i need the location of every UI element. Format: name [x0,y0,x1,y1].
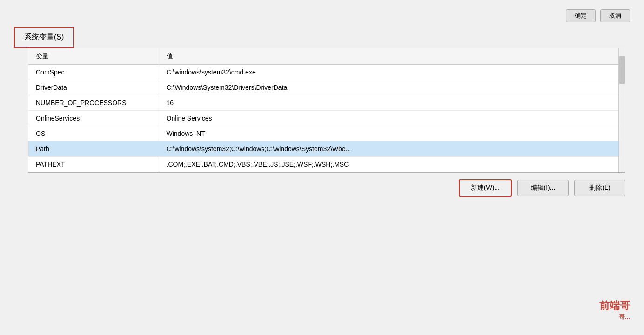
table-cell-val: Online Services [159,111,625,126]
table-cell-val: C:\windows\system32;C:\windows;C:\window… [159,141,625,157]
table-row[interactable]: OSWindows_NT [28,126,625,141]
edit-button[interactable]: 编辑(I)... [517,180,569,196]
table-cell-var: OS [28,126,159,141]
new-button[interactable]: 新建(W)... [459,179,512,197]
section-header: 系统变量(S) [14,27,74,48]
table-cell-val: 16 [159,95,625,111]
top-bar: 确定 取消 [14,9,630,22]
table-cell-var: Path [28,141,159,157]
table-cell-var: PATHEXT [28,157,159,172]
scrollbar-thumb[interactable] [619,56,625,84]
env-table-wrapper: 变量 值 ComSpecC:\windows\system32\cmd.exeD… [28,48,625,173]
table-cell-val: .COM;.EXE;.BAT;.CMD;.VBS;.VBE;.JS;.JSE;.… [159,157,625,172]
watermark: 前端哥 哥... [599,299,630,321]
env-table: 变量 值 ComSpecC:\windows\system32\cmd.exeD… [28,48,625,172]
table-row[interactable]: NUMBER_OF_PROCESSORS16 [28,95,625,111]
table-header-row: 变量 值 [28,48,625,65]
cancel-button[interactable]: 取消 [600,9,630,22]
main-container: 确定 取消 系统变量(S) 变量 值 ComSpecC:\windows\sys… [14,9,630,197]
table-cell-val: C:\windows\system32\cmd.exe [159,65,625,80]
watermark-line1: 前端哥 [599,299,630,313]
table-cell-val: Windows_NT [159,126,625,141]
buttons-row: 新建(W)... 编辑(I)... 删除(L) [14,179,625,197]
table-row[interactable]: ComSpecC:\windows\system32\cmd.exe [28,65,625,80]
table-cell-var: DriverData [28,80,159,95]
table-cell-var: NUMBER_OF_PROCESSORS [28,95,159,111]
table-cell-var: ComSpec [28,65,159,80]
table-row[interactable]: PATHEXT.COM;.EXE;.BAT;.CMD;.VBS;.VBE;.JS… [28,157,625,172]
table-cell-val: C:\Windows\System32\Drivers\DriverData [159,80,625,95]
scrollbar[interactable] [618,48,625,172]
table-row[interactable]: OnlineServicesOnline Services [28,111,625,126]
table-row[interactable]: DriverDataC:\Windows\System32\Drivers\Dr… [28,80,625,95]
section-title: 系统变量(S) [24,33,64,41]
col-header-var: 变量 [28,48,159,65]
col-header-val: 值 [159,48,625,65]
ok-button[interactable]: 确定 [566,9,596,22]
table-row[interactable]: PathC:\windows\system32;C:\windows;C:\wi… [28,141,625,157]
delete-button[interactable]: 删除(L) [574,180,625,196]
watermark-line2: 哥... [599,313,630,321]
table-cell-var: OnlineServices [28,111,159,126]
